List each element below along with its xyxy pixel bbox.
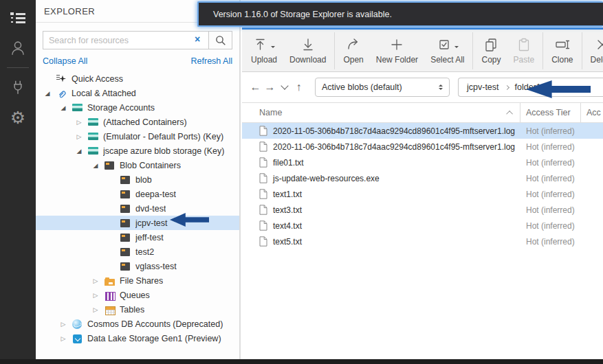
toolbar-separator: [582, 32, 582, 69]
toolbar-separator: [472, 32, 473, 69]
new-folder-button[interactable]: New Folder: [370, 32, 424, 70]
table-icon: [105, 305, 115, 315]
blob-container-icon: [120, 190, 131, 199]
tree-item-test2[interactable]: test2: [36, 244, 239, 259]
tree-actions: Collapse All Refresh All: [43, 56, 232, 66]
toast-message: Version 1.16.0 of Storage Explorer is av…: [213, 10, 392, 19]
collapse-all-link[interactable]: Collapse All: [43, 56, 87, 66]
file-icon: [259, 157, 267, 168]
upload-button[interactable]: Upload: [245, 32, 283, 70]
tree-item-dvd-test[interactable]: dvd-test: [36, 201, 239, 216]
paste-button[interactable]: Paste: [507, 32, 541, 70]
forward-arrow-icon[interactable]: [263, 78, 277, 96]
history-chevron-icon[interactable]: [277, 78, 292, 96]
toolbar-separator: [334, 32, 335, 69]
file-row[interactable]: text1.txt Hot (inferred): [242, 186, 603, 202]
tree-item-attached-containers[interactable]: (Attached Containers): [36, 115, 239, 129]
file-icon: [259, 141, 267, 152]
link-icon: [56, 89, 67, 98]
twistie-icon[interactable]: [91, 306, 100, 313]
blob-list: Name Access Tier Acc 2020-11-05-306b4b71…: [242, 103, 603, 359]
sort-ascending-icon: [506, 110, 513, 117]
file-row[interactable]: text5.txt Hot (inferred): [242, 234, 603, 249]
refresh-all-link[interactable]: Refresh All: [191, 56, 232, 66]
tree-item-jscape-azure-blob-storage[interactable]: jscape azure blob storage (Key): [36, 144, 239, 158]
tree-item-emulator[interactable]: (Emulator - Default Ports) (Key): [36, 129, 239, 144]
twistie-icon[interactable]: [91, 162, 100, 169]
column-header-access-tier[interactable]: Access Tier: [520, 103, 581, 122]
clear-search-icon[interactable]: [195, 34, 204, 46]
twistie-icon[interactable]: [91, 292, 100, 299]
file-row[interactable]: text4.txt Hot (inferred): [242, 218, 603, 234]
open-button[interactable]: Open: [337, 32, 369, 70]
twistie-icon[interactable]: [59, 104, 67, 111]
twistie-icon[interactable]: [91, 277, 100, 284]
dropdown-caret-icon: [454, 46, 459, 50]
account-icon[interactable]: [0, 33, 36, 63]
tree-item-blob[interactable]: blob: [36, 172, 239, 187]
clone-button[interactable]: Clone: [545, 32, 579, 70]
account-icon: [9, 39, 27, 57]
tree-item-cosmos-db[interactable]: Cosmos DB Accounts (Deprecated): [36, 317, 239, 331]
file-icon: [259, 205, 267, 215]
file-row[interactable]: 2020-11-05-306b4b718c7d4aac9294cd89601c4…: [242, 123, 603, 139]
tree-item-file-shares[interactable]: File Shares: [36, 273, 239, 288]
file-row[interactable]: text3.txt Hot (inferred): [242, 202, 603, 218]
file-row[interactable]: js-update-web-resources.exe Hot (inferre…: [242, 170, 603, 186]
update-notification-toast[interactable]: Version 1.16.0 of Storage Explorer is av…: [197, 1, 603, 27]
twistie-icon[interactable]: [59, 321, 67, 328]
tree-item-data-lake[interactable]: Data Lake Storage Gen1 (Preview): [36, 331, 239, 345]
explorer-list-icon: [10, 12, 25, 24]
tree-item-jeff-test[interactable]: jeff-test: [36, 230, 239, 244]
gear-icon[interactable]: [0, 102, 36, 133]
copy-button[interactable]: Copy: [475, 32, 507, 70]
column-header-access-tier-2[interactable]: Acc: [581, 103, 603, 122]
divider: [7, 67, 29, 68]
tree-item-blob-containers[interactable]: Blob Containers: [36, 158, 239, 172]
paste-icon: [516, 37, 531, 52]
blob-view-selector-value: Active blobs (default): [322, 82, 402, 92]
back-arrow-icon[interactable]: [248, 78, 263, 96]
toolbar: Upload Download Open New Folder Select A…: [242, 30, 603, 72]
tree-item-tables[interactable]: Tables: [36, 302, 239, 317]
search-input[interactable]: [43, 31, 209, 49]
select-all-button[interactable]: Select All: [424, 32, 470, 70]
tree-item-queues[interactable]: Queues: [36, 288, 239, 302]
download-button[interactable]: Download: [283, 32, 332, 70]
tree-item-storage-accounts[interactable]: Storage Accounts: [36, 100, 239, 115]
up-arrow-icon[interactable]: [292, 78, 306, 96]
twistie-icon[interactable]: [75, 133, 83, 140]
twistie-icon[interactable]: [43, 90, 52, 97]
tree-item-quick-access[interactable]: Quick Access: [36, 71, 239, 86]
blob-container-icon: [120, 175, 131, 185]
twistie-icon[interactable]: [75, 148, 83, 155]
resource-tree: Quick Access Local & Attached Storage Ac…: [36, 71, 239, 345]
file-row[interactable]: 2020-11-06-306b4b718c7d4aac9294cd89601c4…: [242, 139, 603, 155]
blob-container-icon: [120, 262, 131, 271]
breadcrumb-chevron-icon: [505, 84, 509, 89]
file-share-icon: [105, 276, 115, 286]
upload-icon: [253, 37, 268, 52]
tree-item-local-attached[interactable]: Local & Attached: [36, 86, 239, 100]
list-header: Name Access Tier Acc: [242, 103, 603, 123]
storage-account-icon: [72, 104, 83, 113]
new-folder-icon: [389, 37, 404, 52]
file-row[interactable]: file01.txt Hot (inferred): [242, 155, 603, 170]
delete-button[interactable]: Delete: [584, 32, 603, 70]
twistie-icon[interactable]: [75, 119, 83, 126]
cosmos-db-icon: [72, 319, 83, 329]
blob-container-icon: [105, 161, 115, 170]
plug-icon[interactable]: [0, 72, 36, 102]
explorer-list-icon[interactable]: [0, 3, 36, 33]
delete-icon: [595, 37, 603, 52]
tree-item-vglass-test[interactable]: vglass-test: [36, 259, 239, 273]
file-icon: [259, 173, 267, 183]
search-button[interactable]: [209, 31, 232, 49]
blob-view-selector[interactable]: Active blobs (default): [315, 78, 450, 97]
tree-item-deepa-test[interactable]: deepa-test: [36, 187, 239, 201]
twistie-icon[interactable]: [59, 335, 67, 342]
breadcrumb-container[interactable]: jcpv-test: [467, 82, 499, 92]
blob-view-panel: Upload Download Open New Folder Select A…: [242, 0, 603, 359]
dropdown-caret-icon: [271, 46, 275, 50]
column-header-name[interactable]: Name: [242, 103, 520, 122]
